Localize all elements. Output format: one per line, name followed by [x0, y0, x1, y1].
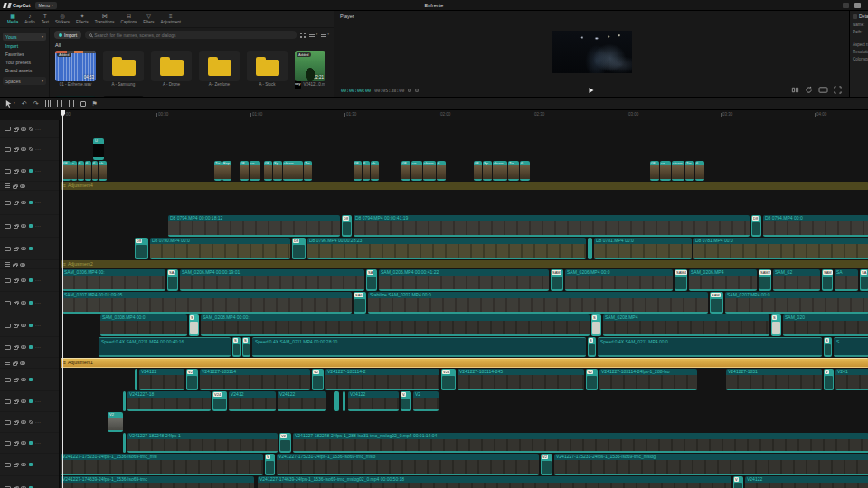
rotate-icon[interactable] [805, 86, 813, 94]
clip-film[interactable]: V2 [413, 391, 439, 411]
clip-film[interactable]: D8 0796.MP4 00:00:28:23 [307, 238, 586, 259]
media-item-01-enfrente-wav[interactable]: Added04:5301 - Enfrente.wav [55, 51, 96, 89]
lock-icon[interactable] [14, 170, 18, 174]
clip-film[interactable]: V241227-175231-24fps-1_1536-lso69-tmc_ms… [277, 454, 539, 475]
clip-tiny[interactable]: chuva [672, 161, 684, 181]
preview-toggle-icon[interactable] [29, 201, 33, 204]
preview-toggle-icon[interactable] [29, 324, 33, 327]
lock-icon[interactable] [14, 302, 18, 305]
tab-transitions[interactable]: ⋈Transitions [92, 14, 118, 24]
clip-film[interactable]: D8 0794.MP4 00:0 [763, 215, 868, 237]
more-icon[interactable]: ··· [35, 324, 42, 327]
clip-film[interactable]: V24122 [139, 369, 184, 390]
more-icon[interactable]: ··· [35, 463, 42, 466]
visibility-icon[interactable] [21, 420, 26, 424]
clip-badge[interactable]: SAM [822, 269, 833, 291]
clip-badge[interactable]: D8 [292, 238, 306, 259]
clip-tiny[interactable]: chuva [283, 161, 303, 181]
clip-badge[interactable]: SA [366, 269, 377, 291]
clip-film[interactable]: V24122 [348, 391, 399, 411]
clip-badge[interactable]: V2 [586, 369, 598, 390]
clip-thumb[interactable]: V2 [108, 412, 123, 432]
clip-tiny[interactable]: Tio [685, 161, 694, 181]
clip-tiny[interactable]: ch [99, 161, 107, 181]
clip-badge[interactable]: V2 [279, 433, 291, 453]
select-tool-button[interactable]: ▾ [5, 98, 15, 109]
visibility-icon[interactable] [20, 361, 25, 365]
tab-audio[interactable]: ♪Audio [22, 14, 38, 24]
trim-right-icon[interactable] [69, 100, 74, 107]
lock-icon[interactable] [14, 346, 18, 350]
clip-badge[interactable]: V2 [312, 369, 324, 390]
clip-badge[interactable]: V [265, 454, 275, 475]
clip-film[interactable]: V241227-174639-24fps-1_1536-lso69-tmc [61, 476, 254, 488]
clip-badge[interactable]: SAM2 [759, 269, 771, 291]
redo-button[interactable]: ↷ [33, 98, 39, 109]
clip-film[interactable]: SAM_0206.MP4 00:00:41:22 [379, 269, 549, 291]
clip-tiny[interactable]: co [250, 161, 260, 181]
clip-film[interactable]: V241227-174639-24fps-1_1536-lso69-tmc_ms… [258, 476, 731, 488]
clip-tiny[interactable]: 6 [520, 161, 530, 181]
lock-icon[interactable] [14, 225, 18, 229]
play-button[interactable] [590, 88, 594, 93]
timeline-ruler[interactable]: 0:0000:3001:0001:3002:0002:3003:0003:300… [61, 110, 868, 120]
preview-toggle-icon[interactable] [29, 247, 33, 250]
ratio-icon[interactable] [818, 86, 828, 94]
clip-tiny[interactable]: 6 [78, 161, 84, 181]
preview-toggle-icon[interactable] [29, 169, 33, 173]
clip-film[interactable]: V241227-182248-24fps-1 [127, 433, 278, 453]
clip-tiny[interactable]: 6 [437, 161, 446, 181]
clip-badge[interactable]: S [189, 314, 199, 336]
visibility-icon[interactable] [21, 278, 26, 282]
clip-badge[interactable]: V [824, 369, 834, 390]
visibility-icon[interactable] [21, 201, 26, 204]
clip-film[interactable]: SAM_0208.MP4 [603, 314, 769, 336]
clip-film[interactable]: V24122 [278, 391, 326, 411]
clip-badge[interactable]: S [591, 314, 601, 336]
clip-film[interactable]: SAM_0206.MP4 [689, 269, 757, 291]
playhead[interactable] [62, 110, 63, 488]
clip-badge[interactable]: S [242, 337, 250, 357]
clip-tiny[interactable]: 6 [92, 161, 98, 181]
window-control-icon[interactable] [854, 3, 861, 8]
clip-tiny[interactable]: c [71, 161, 77, 181]
visibility-icon[interactable] [21, 224, 26, 228]
clip-badge[interactable]: SA [167, 269, 178, 291]
clip-film[interactable]: V241227-18 [127, 391, 211, 411]
media-item[interactable]: Added01:59 [55, 96, 96, 97]
clip-speed[interactable]: Speed:0.4X SAM_0211.MP4 00:00:28:10 [252, 337, 586, 357]
sidebar-section-yours[interactable]: Yours▾ [3, 33, 46, 41]
visibility-icon[interactable] [21, 301, 26, 305]
search-input[interactable] [94, 33, 293, 38]
visibility-icon[interactable] [21, 324, 26, 327]
clip-speed[interactable]: S [834, 337, 868, 357]
clip-film[interactable]: D8 0790.MP4 00:0 [150, 238, 290, 259]
sidebar-item-your-presets[interactable]: Your presets [0, 59, 49, 67]
clip-film[interactable]: V241 [835, 369, 868, 390]
clip-film[interactable]: V2412 [229, 391, 276, 411]
visibility-icon[interactable] [21, 247, 26, 250]
clip-sliver[interactable] [334, 391, 339, 411]
lock-icon[interactable] [13, 185, 17, 189]
media-item-a-samsung[interactable]: A - Samsung [103, 51, 144, 89]
lock-icon[interactable] [14, 324, 18, 328]
clip-tiny[interactable]: 6 [85, 161, 91, 181]
clip-tiny[interactable]: Sp [483, 161, 492, 181]
clip-tiny[interactable]: Tio [304, 161, 312, 181]
clip-sliver[interactable] [123, 433, 126, 453]
clip-badge[interactable]: D8 [342, 215, 352, 237]
tab-stickers[interactable]: ◎Stickers [52, 14, 72, 24]
clip-tiny[interactable]: 08 [240, 161, 249, 181]
visibility-icon[interactable] [21, 463, 26, 466]
preview-toggle-icon[interactable] [29, 463, 33, 466]
lock-icon[interactable] [14, 148, 18, 152]
clip-tiny[interactable]: Tis [214, 161, 222, 181]
preview-toggle-icon[interactable] [29, 345, 33, 349]
clip-badge[interactable]: V2 [186, 369, 198, 390]
visibility-icon[interactable] [21, 441, 26, 445]
visibility-icon[interactable] [21, 378, 26, 381]
visibility-icon[interactable] [21, 399, 26, 403]
clip-badge[interactable]: V [733, 476, 743, 488]
clip-sliver[interactable] [135, 369, 137, 390]
lock-icon[interactable] [14, 442, 18, 446]
